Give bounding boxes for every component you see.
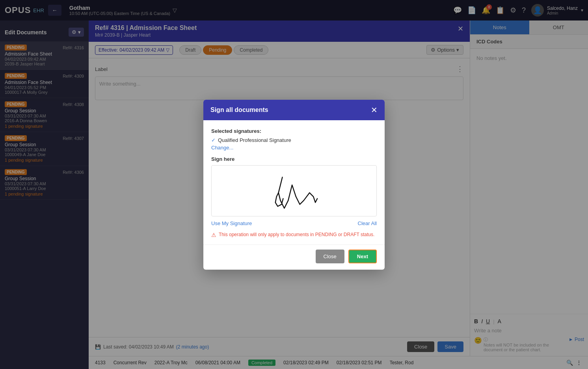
sig-item: ✓ Qualified Professional Signature <box>211 137 377 143</box>
modal-overlay: Sign all documents ✕ Selected signatures… <box>0 0 588 369</box>
modal-header: Sign all documents ✕ <box>203 100 385 120</box>
warning-icon: ⚠ <box>211 232 216 238</box>
use-my-signature-link[interactable]: Use My Signature <box>211 220 252 226</box>
signature-canvas[interactable] <box>212 166 376 216</box>
checkmark-icon: ✓ <box>211 137 216 143</box>
sign-all-modal: Sign all documents ✕ Selected signatures… <box>203 100 385 270</box>
modal-close-x-button[interactable]: ✕ <box>371 105 378 115</box>
change-link[interactable]: Change... <box>211 145 377 151</box>
modal-title: Sign all documents <box>210 106 268 114</box>
warning-text: This operation will only apply to docume… <box>219 232 374 237</box>
warning-message: ⚠ This operation will only apply to docu… <box>211 232 377 238</box>
modal-footer: Close Next <box>203 244 385 270</box>
sign-here-label: Sign here <box>211 156 377 162</box>
signature-box[interactable] <box>211 165 377 216</box>
modal-body: Selected signatures: ✓ Qualified Profess… <box>203 120 385 244</box>
modal-next-button[interactable]: Next <box>348 250 377 263</box>
clear-all-link[interactable]: Clear All <box>358 220 377 226</box>
modal-close-button[interactable]: Close <box>316 250 344 263</box>
selected-sigs-label: Selected signatures: <box>211 128 377 134</box>
sig-actions: Use My Signature Clear All <box>211 220 377 226</box>
sig-name: Qualified Professional Signature <box>218 137 291 143</box>
